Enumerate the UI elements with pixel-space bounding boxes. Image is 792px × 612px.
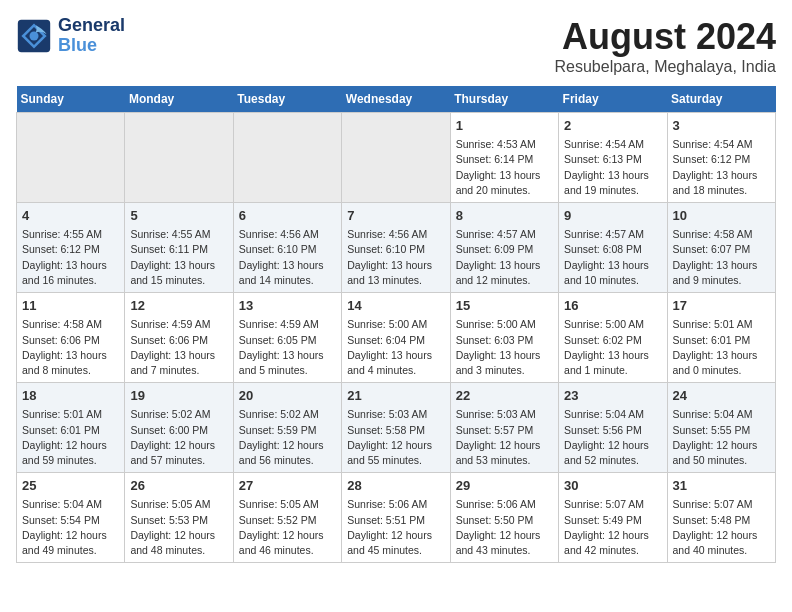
- day-info: Sunrise: 5:05 AM Sunset: 5:53 PM Dayligh…: [130, 497, 227, 558]
- day-info: Sunrise: 5:03 AM Sunset: 5:57 PM Dayligh…: [456, 407, 553, 468]
- calendar-cell: 20Sunrise: 5:02 AM Sunset: 5:59 PM Dayli…: [233, 383, 341, 473]
- day-number: 25: [22, 477, 119, 495]
- calendar-subtitle: Resubelpara, Meghalaya, India: [555, 58, 776, 76]
- day-info: Sunrise: 5:02 AM Sunset: 5:59 PM Dayligh…: [239, 407, 336, 468]
- day-info: Sunrise: 4:56 AM Sunset: 6:10 PM Dayligh…: [347, 227, 444, 288]
- calendar-cell: [342, 113, 450, 203]
- calendar-cell: 9Sunrise: 4:57 AM Sunset: 6:08 PM Daylig…: [559, 203, 667, 293]
- calendar-cell: 30Sunrise: 5:07 AM Sunset: 5:49 PM Dayli…: [559, 473, 667, 563]
- weekday-header-wednesday: Wednesday: [342, 86, 450, 113]
- day-number: 11: [22, 297, 119, 315]
- day-number: 13: [239, 297, 336, 315]
- calendar-cell: 24Sunrise: 5:04 AM Sunset: 5:55 PM Dayli…: [667, 383, 775, 473]
- calendar-cell: 15Sunrise: 5:00 AM Sunset: 6:03 PM Dayli…: [450, 293, 558, 383]
- day-info: Sunrise: 5:01 AM Sunset: 6:01 PM Dayligh…: [673, 317, 770, 378]
- logo-line1: General: [58, 16, 125, 36]
- day-info: Sunrise: 5:03 AM Sunset: 5:58 PM Dayligh…: [347, 407, 444, 468]
- calendar-cell: 7Sunrise: 4:56 AM Sunset: 6:10 PM Daylig…: [342, 203, 450, 293]
- calendar-cell: [125, 113, 233, 203]
- calendar-cell: 17Sunrise: 5:01 AM Sunset: 6:01 PM Dayli…: [667, 293, 775, 383]
- calendar-cell: 22Sunrise: 5:03 AM Sunset: 5:57 PM Dayli…: [450, 383, 558, 473]
- day-info: Sunrise: 5:00 AM Sunset: 6:02 PM Dayligh…: [564, 317, 661, 378]
- day-number: 17: [673, 297, 770, 315]
- weekday-header-sunday: Sunday: [17, 86, 125, 113]
- day-number: 22: [456, 387, 553, 405]
- calendar-table: SundayMondayTuesdayWednesdayThursdayFrid…: [16, 86, 776, 563]
- calendar-cell: 13Sunrise: 4:59 AM Sunset: 6:05 PM Dayli…: [233, 293, 341, 383]
- calendar-cell: 25Sunrise: 5:04 AM Sunset: 5:54 PM Dayli…: [17, 473, 125, 563]
- calendar-week-2: 4Sunrise: 4:55 AM Sunset: 6:12 PM Daylig…: [17, 203, 776, 293]
- day-number: 29: [456, 477, 553, 495]
- day-number: 20: [239, 387, 336, 405]
- calendar-cell: 14Sunrise: 5:00 AM Sunset: 6:04 PM Dayli…: [342, 293, 450, 383]
- logo-line2: Blue: [58, 35, 97, 55]
- calendar-cell: 21Sunrise: 5:03 AM Sunset: 5:58 PM Dayli…: [342, 383, 450, 473]
- day-number: 4: [22, 207, 119, 225]
- day-info: Sunrise: 5:07 AM Sunset: 5:48 PM Dayligh…: [673, 497, 770, 558]
- calendar-cell: 12Sunrise: 4:59 AM Sunset: 6:06 PM Dayli…: [125, 293, 233, 383]
- day-number: 28: [347, 477, 444, 495]
- day-number: 24: [673, 387, 770, 405]
- logo: General Blue: [16, 16, 125, 56]
- calendar-week-5: 25Sunrise: 5:04 AM Sunset: 5:54 PM Dayli…: [17, 473, 776, 563]
- day-info: Sunrise: 4:58 AM Sunset: 6:07 PM Dayligh…: [673, 227, 770, 288]
- day-info: Sunrise: 4:55 AM Sunset: 6:12 PM Dayligh…: [22, 227, 119, 288]
- day-info: Sunrise: 4:54 AM Sunset: 6:13 PM Dayligh…: [564, 137, 661, 198]
- weekday-header-saturday: Saturday: [667, 86, 775, 113]
- weekday-header-tuesday: Tuesday: [233, 86, 341, 113]
- calendar-cell: 4Sunrise: 4:55 AM Sunset: 6:12 PM Daylig…: [17, 203, 125, 293]
- day-info: Sunrise: 5:00 AM Sunset: 6:03 PM Dayligh…: [456, 317, 553, 378]
- day-number: 8: [456, 207, 553, 225]
- day-number: 2: [564, 117, 661, 135]
- day-info: Sunrise: 4:54 AM Sunset: 6:12 PM Dayligh…: [673, 137, 770, 198]
- day-number: 10: [673, 207, 770, 225]
- calendar-cell: 23Sunrise: 5:04 AM Sunset: 5:56 PM Dayli…: [559, 383, 667, 473]
- day-info: Sunrise: 5:06 AM Sunset: 5:51 PM Dayligh…: [347, 497, 444, 558]
- calendar-cell: 8Sunrise: 4:57 AM Sunset: 6:09 PM Daylig…: [450, 203, 558, 293]
- day-info: Sunrise: 5:07 AM Sunset: 5:49 PM Dayligh…: [564, 497, 661, 558]
- weekday-header-row: SundayMondayTuesdayWednesdayThursdayFrid…: [17, 86, 776, 113]
- calendar-cell: 11Sunrise: 4:58 AM Sunset: 6:06 PM Dayli…: [17, 293, 125, 383]
- weekday-header-monday: Monday: [125, 86, 233, 113]
- day-info: Sunrise: 4:55 AM Sunset: 6:11 PM Dayligh…: [130, 227, 227, 288]
- day-number: 1: [456, 117, 553, 135]
- calendar-week-4: 18Sunrise: 5:01 AM Sunset: 6:01 PM Dayli…: [17, 383, 776, 473]
- day-number: 21: [347, 387, 444, 405]
- day-number: 23: [564, 387, 661, 405]
- calendar-cell: 27Sunrise: 5:05 AM Sunset: 5:52 PM Dayli…: [233, 473, 341, 563]
- calendar-cell: 2Sunrise: 4:54 AM Sunset: 6:13 PM Daylig…: [559, 113, 667, 203]
- title-block: August 2024 Resubelpara, Meghalaya, Indi…: [555, 16, 776, 76]
- calendar-title: August 2024: [555, 16, 776, 58]
- weekday-header-thursday: Thursday: [450, 86, 558, 113]
- day-number: 26: [130, 477, 227, 495]
- calendar-cell: 3Sunrise: 4:54 AM Sunset: 6:12 PM Daylig…: [667, 113, 775, 203]
- logo-text: General Blue: [58, 16, 125, 56]
- day-info: Sunrise: 5:02 AM Sunset: 6:00 PM Dayligh…: [130, 407, 227, 468]
- day-info: Sunrise: 4:53 AM Sunset: 6:14 PM Dayligh…: [456, 137, 553, 198]
- calendar-cell: 18Sunrise: 5:01 AM Sunset: 6:01 PM Dayli…: [17, 383, 125, 473]
- day-info: Sunrise: 5:05 AM Sunset: 5:52 PM Dayligh…: [239, 497, 336, 558]
- calendar-cell: [17, 113, 125, 203]
- day-info: Sunrise: 5:00 AM Sunset: 6:04 PM Dayligh…: [347, 317, 444, 378]
- day-number: 15: [456, 297, 553, 315]
- day-number: 31: [673, 477, 770, 495]
- calendar-cell: 31Sunrise: 5:07 AM Sunset: 5:48 PM Dayli…: [667, 473, 775, 563]
- calendar-cell: 28Sunrise: 5:06 AM Sunset: 5:51 PM Dayli…: [342, 473, 450, 563]
- calendar-cell: 26Sunrise: 5:05 AM Sunset: 5:53 PM Dayli…: [125, 473, 233, 563]
- calendar-cell: [233, 113, 341, 203]
- day-info: Sunrise: 4:59 AM Sunset: 6:05 PM Dayligh…: [239, 317, 336, 378]
- day-number: 7: [347, 207, 444, 225]
- day-info: Sunrise: 5:04 AM Sunset: 5:56 PM Dayligh…: [564, 407, 661, 468]
- day-number: 14: [347, 297, 444, 315]
- day-info: Sunrise: 4:59 AM Sunset: 6:06 PM Dayligh…: [130, 317, 227, 378]
- calendar-week-3: 11Sunrise: 4:58 AM Sunset: 6:06 PM Dayli…: [17, 293, 776, 383]
- day-info: Sunrise: 5:04 AM Sunset: 5:55 PM Dayligh…: [673, 407, 770, 468]
- day-number: 6: [239, 207, 336, 225]
- day-number: 19: [130, 387, 227, 405]
- calendar-cell: 16Sunrise: 5:00 AM Sunset: 6:02 PM Dayli…: [559, 293, 667, 383]
- day-number: 27: [239, 477, 336, 495]
- logo-icon: [16, 18, 52, 54]
- day-number: 12: [130, 297, 227, 315]
- day-info: Sunrise: 4:56 AM Sunset: 6:10 PM Dayligh…: [239, 227, 336, 288]
- day-number: 30: [564, 477, 661, 495]
